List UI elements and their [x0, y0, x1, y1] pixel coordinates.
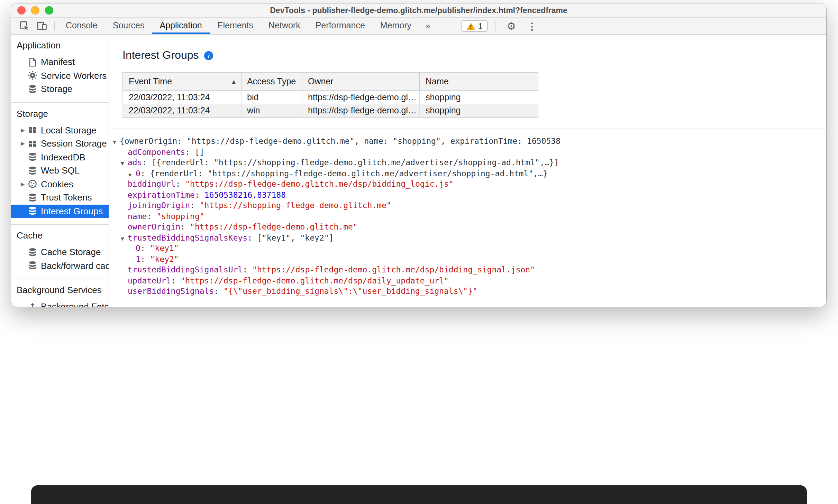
table-header-row: Event Time▲Access TypeOwnerName [123, 72, 538, 90]
json-tree-row[interactable]: joiningOrigin: "https://shopping-fledge-… [109, 200, 826, 211]
json-tree-row[interactable]: ownerOrigin: "https://dsp-fledge-demo.gl… [109, 222, 826, 233]
sidebar-section-cache: CacheCache StorageBack/forward cach [11, 225, 109, 279]
json-tree-row[interactable]: adComponents: [] [109, 147, 826, 158]
settings-gear-button[interactable]: ⚙ [503, 18, 520, 34]
sidebar-item-background-fetch[interactable]: Background Fetch [11, 300, 109, 307]
column-header-owner[interactable]: Owner [302, 72, 420, 90]
json-tree-row[interactable]: trustedBiddingSignalsUrl: "https://dsp-f… [109, 265, 826, 276]
expand-triangle-icon[interactable]: ▶ [129, 169, 136, 179]
collapse-triangle-icon[interactable]: ▼ [121, 158, 128, 168]
cell-owner: https://dsp-fledge-demo.gl… [302, 90, 420, 104]
document-icon [28, 57, 38, 67]
zoom-window-button[interactable] [45, 6, 53, 15]
column-header-event-time[interactable]: Event Time▲ [123, 72, 241, 90]
json-tree-row[interactable]: ▼ads: [{renderUrl: "https://shopping-fle… [109, 158, 826, 168]
more-tabs-button[interactable]: » [419, 21, 436, 31]
sidebar-item-cookies[interactable]: ▶Cookies [11, 177, 109, 191]
json-plain: : [140, 254, 150, 264]
tab-performance[interactable]: Performance [308, 18, 373, 34]
sidebar-item-manifest[interactable]: Manifest [11, 55, 109, 69]
tab-console[interactable]: Console [58, 18, 105, 34]
column-header-access-type[interactable]: Access Type [241, 72, 302, 90]
minimize-window-button[interactable] [31, 6, 39, 15]
panel-heading-row: Interest Groups i [122, 48, 826, 62]
json-plain: : [214, 286, 224, 296]
json-key: expirationTime [128, 190, 195, 199]
sidebar-item-back-forward-cach[interactable]: Back/forward cach [11, 259, 109, 272]
sidebar-section-storage: Storage▶Local Storage▶Session StorageInd… [11, 103, 109, 225]
json-string: "https://shopping-fledge-demo.glitch.me" [200, 200, 391, 210]
json-string: "{\"user_bidding_signals\":\"user_biddin… [224, 286, 477, 296]
close-window-button[interactable] [17, 6, 26, 15]
panel-tabs: ConsoleSourcesApplicationElementsNetwork… [58, 18, 419, 34]
sidebar-item-interest-groups[interactable]: Interest Groups [11, 204, 109, 218]
json-tree-row[interactable]: 1: "key2" [109, 254, 826, 265]
sidebar-section-application: ApplicationManifestService WorkersStorag… [11, 35, 109, 103]
tab-memory[interactable]: Memory [373, 18, 419, 34]
window-title: DevTools - publisher-fledge-demo.glitch.… [11, 3, 826, 17]
expand-arrow-icon[interactable]: ▶ [21, 181, 25, 187]
json-tree-row[interactable]: ▶0: {renderUrl: "https://shopping-fledge… [109, 168, 826, 179]
collapse-triangle-icon[interactable]: ▼ [113, 137, 120, 147]
json-plain: {ownerOrigin: "https://dsp-fledge-demo.g… [120, 136, 561, 146]
warning-icon [466, 22, 475, 30]
json-key: 1 [136, 254, 140, 264]
tab-network[interactable]: Network [261, 18, 308, 34]
gear-icon [28, 71, 38, 81]
sidebar-item-label: Interest Groups [41, 206, 103, 216]
cell-access-type: bid [241, 90, 302, 104]
database-icon [28, 206, 38, 216]
json-plain: : [{renderUrl: "https://shopping-fledge-… [142, 158, 559, 167]
table-row[interactable]: 22/03/2022, 11:03:24bidhttps://dsp-fledg… [123, 90, 538, 104]
json-string: "https://dsp-fledge-demo.glitch.me/dsp/b… [252, 265, 535, 274]
cell-name: shopping [420, 104, 538, 118]
tab-sources[interactable]: Sources [105, 18, 152, 34]
json-key: userBiddingSignals [128, 286, 214, 296]
expand-arrow-icon[interactable]: ▶ [21, 127, 25, 133]
json-number: 1650538216.837188 [204, 190, 286, 199]
inspect-element-button[interactable] [16, 18, 33, 34]
cell-owner: https://dsp-fledge-demo.gl… [302, 104, 420, 118]
json-tree-row[interactable]: biddingUrl: "https://dsp-fledge-demo.gli… [109, 179, 826, 190]
database-icon [28, 247, 38, 258]
sidebar-item-storage[interactable]: Storage [11, 82, 109, 96]
tab-elements[interactable]: Elements [210, 18, 261, 34]
cell-event-time: 22/03/2022, 11:03:24 [123, 90, 241, 104]
devtools-content: ApplicationManifestService WorkersStorag… [11, 35, 826, 307]
sidebar-item-web-sql[interactable]: Web SQL [11, 164, 109, 177]
json-string: "https://dsp-fledge-demo.glitch.me/dsp/b… [185, 179, 453, 189]
sidebar-item-indexeddb[interactable]: IndexedDB [11, 150, 109, 164]
sidebar-item-label: Cookies [41, 179, 73, 189]
sidebar-item-session-storage[interactable]: ▶Session Storage [11, 137, 109, 150]
application-sidebar: ApplicationManifestService WorkersStorag… [11, 35, 109, 307]
json-tree-row[interactable]: expirationTime: 1650538216.837188 [109, 190, 826, 200]
json-tree-row[interactable]: 0: "key1" [109, 243, 826, 254]
cell-event-time: 22/03/2022, 11:03:24 [123, 104, 241, 118]
sidebar-item-label: IndexedDB [41, 152, 85, 162]
column-header-name[interactable]: Name [420, 72, 538, 90]
collapse-triangle-icon[interactable]: ▼ [121, 233, 128, 243]
device-toolbar-button[interactable] [33, 18, 51, 34]
json-key: trustedBiddingSignalsUrl [128, 265, 243, 274]
json-tree-row[interactable]: ▼{ownerOrigin: "https://dsp-fledge-demo.… [109, 136, 826, 147]
sidebar-item-local-storage[interactable]: ▶Local Storage [11, 123, 109, 137]
json-tree-row[interactable]: name: "shopping" [109, 211, 826, 222]
sidebar-item-trust-tokens[interactable]: Trust Tokens [11, 191, 109, 204]
json-string: "https://dsp-fledge-demo.glitch.me" [190, 222, 358, 232]
sidebar-item-cache-storage[interactable]: Cache Storage [11, 245, 109, 259]
more-options-button[interactable]: ⋮ [523, 18, 541, 34]
expand-arrow-icon[interactable]: ▶ [21, 140, 25, 147]
issues-counter-button[interactable]: 1 [461, 20, 488, 32]
json-tree-row[interactable]: ▼trustedBiddingSignalsKeys: ["key1", "ke… [109, 233, 826, 243]
json-tree-row[interactable]: userBiddingSignals: "{\"user_bidding_sig… [109, 286, 826, 297]
table-row[interactable]: 22/03/2022, 11:03:24winhttps://dsp-fledg… [123, 104, 538, 118]
info-icon[interactable]: i [204, 51, 213, 60]
tab-application[interactable]: Application [152, 18, 209, 34]
devtools-toolbar: ConsoleSourcesApplicationElementsNetwork… [11, 18, 826, 35]
json-tree-row[interactable]: updateUrl: "https://dsp-fledge-demo.glit… [109, 276, 826, 286]
column-header-label: Name [426, 76, 449, 86]
sidebar-item-label: Background Fetch [41, 302, 109, 307]
sidebar-item-service-workers[interactable]: Service Workers [11, 69, 109, 82]
database-icon [28, 166, 38, 176]
traffic-lights [17, 6, 53, 15]
